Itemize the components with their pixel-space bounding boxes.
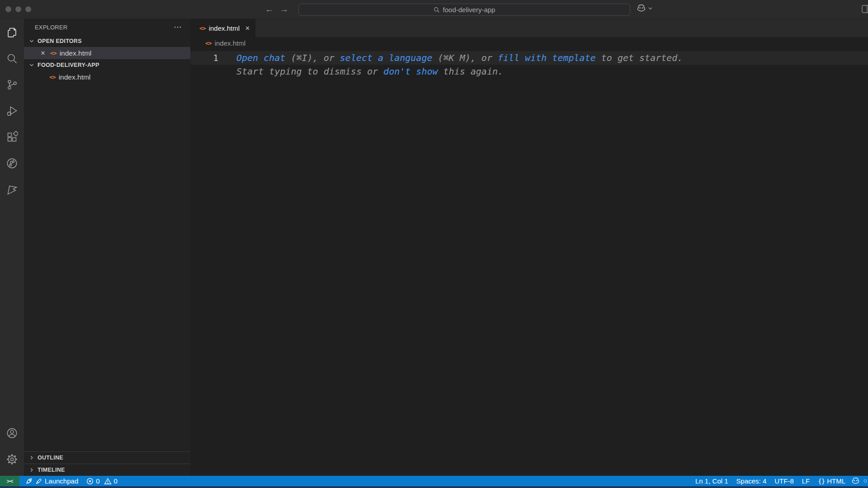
activity-run-debug-button[interactable] (0, 98, 24, 124)
chevron-down-icon (28, 61, 36, 69)
breadcrumb: <> index.html (190, 37, 868, 49)
tab-index-html[interactable]: <> index.html ✕ (190, 19, 255, 37)
customize-layout-icon[interactable] (862, 5, 868, 15)
tab-bar: <> index.html ✕ (190, 19, 868, 37)
go-forward-button[interactable]: → (280, 5, 288, 14)
outline-label: OUTLINE (38, 455, 63, 461)
accounts-icon (6, 427, 18, 439)
html-file-icon: <> (199, 25, 206, 32)
remote-icon: >< (7, 478, 13, 484)
code-line-2: Start typing to dismiss or don't show th… (190, 65, 868, 78)
workspace-folder-label: FOOD-DELIVERY-APP (38, 62, 99, 68)
warning-icon (104, 478, 112, 485)
settings-button[interactable] (0, 446, 24, 472)
open-chat-link[interactable]: Open chat (236, 52, 285, 63)
html-file-icon: <> (49, 74, 56, 80)
encoding-label: UTF-8 (774, 477, 794, 485)
cursor-position-label: Ln 1, Col 1 (695, 477, 728, 485)
language-mode-button[interactable]: {} HTML (814, 476, 849, 486)
error-count: 0 (96, 477, 99, 485)
timeline-section-header[interactable]: TIMELINE (24, 464, 190, 476)
remote-indicator-button[interactable]: >< (0, 476, 19, 486)
encoding-button[interactable]: UTF-8 (770, 476, 798, 486)
fill-with-template-link[interactable]: fill with template (498, 52, 596, 63)
status-bar: >< Launchpad 0 (0, 476, 868, 486)
code-editor[interactable]: 1 Open chat (⌘I), or select a language (… (190, 51, 868, 78)
language-label: HTML (827, 477, 845, 485)
breadcrumb-file-item[interactable]: index.html (215, 39, 245, 47)
go-back-button[interactable]: ← (265, 5, 274, 14)
activity-pennant-flag-button[interactable] (0, 176, 24, 202)
explorer-files-icon (6, 26, 18, 38)
placeholder-text: (⌘I), or (285, 52, 340, 63)
chevron-right-icon (28, 466, 36, 474)
html-file-icon: <> (50, 50, 57, 56)
chevron-down-icon (648, 6, 652, 10)
title-bar: ← → food-delivery-app (0, 0, 868, 19)
activity-remote-graph-button[interactable] (0, 150, 24, 176)
accounts-button[interactable] (0, 420, 24, 446)
copilot-status-button[interactable] (849, 476, 862, 486)
activity-bar (0, 19, 24, 476)
problems-status-button[interactable]: 0 0 (82, 476, 122, 486)
paintbrush-icon (35, 478, 42, 485)
workspace-folder-header[interactable]: FOOD-DELIVERY-APP (24, 59, 190, 71)
copilot-icon (637, 4, 646, 13)
eol-button[interactable]: LF (798, 476, 814, 486)
copilot-menu-button[interactable] (637, 4, 652, 13)
tab-label: index.html (209, 24, 240, 32)
zoom-window-button[interactable] (25, 6, 31, 12)
minimize-window-button[interactable] (15, 6, 21, 12)
notifications-bell-button[interactable] (862, 476, 867, 486)
activity-search-button[interactable] (0, 45, 24, 71)
html-file-icon: <> (205, 40, 212, 47)
close-window-button[interactable] (5, 6, 11, 12)
command-center-text: food-delivery-app (443, 6, 495, 14)
eol-label: LF (802, 477, 810, 485)
close-editor-icon[interactable]: ✕ (38, 50, 47, 56)
activity-source-control-button[interactable] (0, 71, 24, 98)
dont-show-link[interactable]: don't show (383, 66, 438, 77)
outline-section-header[interactable]: OUTLINE (24, 451, 190, 464)
open-editor-item-index-html[interactable]: ✕ <> index.html (24, 47, 190, 59)
placeholder-text: to get started. (596, 52, 683, 63)
close-tab-icon[interactable]: ✕ (245, 25, 250, 32)
activity-extensions-button[interactable] (0, 124, 24, 150)
search-icon (6, 52, 18, 65)
pennant-flag-icon (6, 183, 18, 196)
file-tree-item-index-html[interactable]: <> index.html (24, 71, 190, 83)
line-number: 1 (190, 51, 218, 65)
bell-icon (863, 477, 867, 485)
placeholder-text: (⌘K M), or (433, 52, 498, 63)
copilot-icon (851, 477, 860, 485)
explorer-more-actions-button[interactable]: ⋯ (174, 22, 182, 32)
run-debug-icon (6, 105, 18, 117)
cursor-position-button[interactable]: Ln 1, Col 1 (691, 476, 732, 486)
chevron-down-icon (28, 37, 36, 45)
explorer-sidebar: EXPLORER ⋯ OPEN EDITORS ✕ <> index.html … (24, 19, 190, 476)
indentation-button[interactable]: Spaces: 4 (732, 476, 771, 486)
editor-group: <> index.html ✕ <> index.html 1 Open cha… (190, 19, 868, 476)
launchpad-status-button[interactable]: Launchpad (21, 476, 82, 486)
placeholder-text: Start typing to dismiss or (236, 66, 383, 77)
extensions-icon (6, 131, 18, 143)
window-bottom-edge (0, 486, 868, 488)
warning-count: 0 (114, 477, 118, 485)
activity-explorer-button[interactable] (0, 19, 24, 45)
open-editor-label: index.html (60, 49, 92, 57)
editor-placeholder-line-1: Open chat (⌘I), or select a language (⌘K… (236, 51, 683, 65)
sidebar-title: EXPLORER (35, 24, 67, 31)
search-icon (434, 7, 440, 13)
command-center-search[interactable]: food-delivery-app (298, 4, 630, 16)
open-editors-section-header[interactable]: OPEN EDITORS (24, 35, 190, 47)
file-tree-item-label: index.html (59, 73, 91, 81)
launchpad-label: Launchpad (45, 477, 78, 485)
open-editors-label: OPEN EDITORS (38, 38, 82, 44)
braces-icon: {} (818, 478, 825, 485)
sidebar-empty-space (24, 83, 190, 451)
error-icon (86, 478, 94, 485)
source-control-branch-icon (6, 79, 18, 91)
code-line-1: 1 Open chat (⌘I), or select a language (… (190, 51, 868, 65)
editor-placeholder-line-2: Start typing to dismiss or don't show th… (236, 65, 503, 78)
select-language-link[interactable]: select a language (340, 52, 433, 63)
